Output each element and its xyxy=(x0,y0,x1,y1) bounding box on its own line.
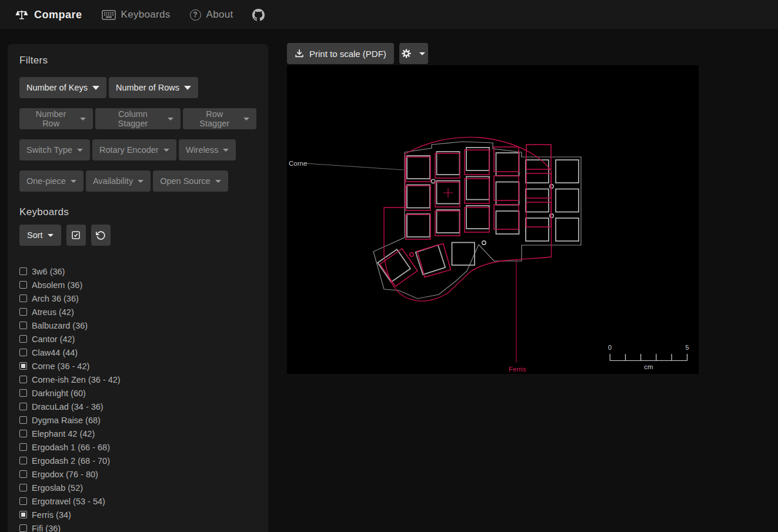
caret-down-icon xyxy=(48,234,54,237)
gear-icon xyxy=(402,49,411,58)
keyboard-list: 3w6 (36) Absolem (36) Arch 36 (36) Atreu… xyxy=(19,265,256,532)
ferris-label: Ferris xyxy=(509,366,526,373)
caret-down-icon xyxy=(92,86,99,90)
nav-item-keyboards[interactable]: Keyboards xyxy=(102,9,171,21)
filter-number-row[interactable]: Number Row xyxy=(19,108,93,129)
caret-down-icon xyxy=(80,118,86,121)
keyboard-checkbox[interactable] xyxy=(19,322,27,329)
keyboard-checkbox[interactable] xyxy=(19,349,27,356)
keyboard-list-item[interactable]: Arch 36 (36) xyxy=(19,292,256,305)
keyboard-checkbox[interactable] xyxy=(19,430,27,437)
filter-row-stagger[interactable]: Row Stagger xyxy=(183,108,256,129)
github-icon xyxy=(252,9,265,21)
keyboard-list-item[interactable]: Corne-ish Zen (36 - 42) xyxy=(19,373,256,386)
ruler-end-label: 5 xyxy=(685,344,689,351)
settings-dropdown-button[interactable] xyxy=(399,43,428,64)
corne-outline xyxy=(373,142,581,299)
keyboard-checkbox[interactable] xyxy=(19,335,27,343)
filter-number-of-rows[interactable]: Number of Rows xyxy=(109,77,198,98)
caret-down-icon xyxy=(223,149,229,152)
rotate-ccw-icon xyxy=(96,230,106,240)
filter-row-1: Number of Keys Number of Rows xyxy=(19,77,256,98)
filter-switch-type[interactable]: Switch Type xyxy=(19,139,90,160)
keyboard-checkbox[interactable] xyxy=(19,281,27,289)
filters-title: Filters xyxy=(19,55,256,66)
keyboard-list-item[interactable]: Ergodash 2 (68 - 70) xyxy=(19,454,256,467)
corne-label-group: Corne xyxy=(289,160,403,170)
filter-row-3: Switch Type Rotary Encoder Wireless xyxy=(19,139,256,160)
select-all-button[interactable] xyxy=(66,225,86,246)
keyboard-icon xyxy=(102,10,116,20)
nav-item-about[interactable]: ? About xyxy=(190,9,233,21)
filter-row-2: Number Row Column Stagger Row Stagger xyxy=(19,108,256,129)
caret-down-icon xyxy=(77,149,83,152)
filter-one-piece[interactable]: One-piece xyxy=(19,170,84,192)
keyboard-list-item[interactable]: Atreus (42) xyxy=(19,305,256,319)
filter-wireless[interactable]: Wireless xyxy=(179,139,236,160)
keyboard-checkbox[interactable] xyxy=(19,484,27,491)
keyboard-checkbox[interactable] xyxy=(19,443,27,451)
caret-down-icon xyxy=(184,86,191,90)
brand-link[interactable]: Compare xyxy=(15,8,82,21)
keyboard-checkbox[interactable] xyxy=(19,470,27,478)
print-to-scale-button[interactable]: Print to scale (PDF) xyxy=(287,43,394,64)
keyboard-checkbox[interactable] xyxy=(19,511,27,518)
keyboard-list-item[interactable]: Ergodox (76 - 80) xyxy=(19,467,256,481)
keyboard-list-item[interactable]: Absolem (36) xyxy=(19,278,256,292)
keyboard-list-item[interactable]: Cantor (42) xyxy=(19,332,256,346)
caret-down-icon xyxy=(168,118,173,121)
navbar: Compare Keyboards ? About xyxy=(0,0,778,30)
check-square-icon xyxy=(71,230,81,240)
caret-down-icon xyxy=(419,52,425,55)
filter-rotary-encoder[interactable]: Rotary Encoder xyxy=(92,139,176,160)
filter-number-of-keys[interactable]: Number of Keys xyxy=(19,77,106,98)
keyboard-checkbox[interactable] xyxy=(19,308,27,316)
keyboard-list-item[interactable]: Balbuzard (36) xyxy=(19,319,256,332)
reset-button[interactable] xyxy=(91,225,111,246)
keyboards-toolbar: Sort xyxy=(19,225,256,246)
caret-down-icon xyxy=(215,180,221,183)
keyboard-checkbox[interactable] xyxy=(19,376,27,383)
keyboard-checkbox[interactable] xyxy=(19,295,27,302)
keyboard-checkbox[interactable] xyxy=(19,362,27,370)
caret-down-icon xyxy=(243,118,249,121)
balance-scale-icon xyxy=(15,8,28,21)
caret-down-icon xyxy=(163,149,169,152)
keyboard-checkbox[interactable] xyxy=(19,524,27,532)
keyboard-list-item-corne[interactable]: Corne (36 - 42) xyxy=(19,359,256,373)
keyboard-list-item[interactable]: Claw44 (44) xyxy=(19,346,256,359)
keyboard-list-item[interactable]: Ergoslab (52) xyxy=(19,481,256,494)
filter-column-stagger[interactable]: Column Stagger xyxy=(95,108,181,129)
keyboard-list-item[interactable]: Dygma Raise (68) xyxy=(19,413,256,427)
keyboard-checkbox[interactable] xyxy=(19,267,27,275)
sort-button[interactable]: Sort xyxy=(19,225,61,246)
keyboard-list-item[interactable]: DracuLad (34 - 36) xyxy=(19,400,256,413)
keyboard-checkbox[interactable] xyxy=(19,416,27,424)
keyboard-list-item[interactable]: Darknight (60) xyxy=(19,386,256,400)
caret-down-icon xyxy=(138,180,143,183)
download-icon xyxy=(295,49,304,58)
keyboard-list-item[interactable]: 3w6 (36) xyxy=(19,265,256,278)
filter-row-4: One-piece Availability Open Source xyxy=(19,170,256,192)
keyboard-checkbox[interactable] xyxy=(19,389,27,397)
keyboard-checkbox[interactable] xyxy=(19,497,27,505)
filter-sidebar: Filters Number of Keys Number of Rows Nu… xyxy=(8,44,268,532)
github-link[interactable] xyxy=(252,9,265,21)
filter-availability[interactable]: Availability xyxy=(86,170,151,192)
nav-keyboards-label: Keyboards xyxy=(121,9,171,21)
keyboard-list-item[interactable]: Elephant 42 (42) xyxy=(19,427,256,440)
keyboard-list-item[interactable]: Ergodash 1 (66 - 68) xyxy=(19,440,256,454)
scale-ruler: 0 5 cm xyxy=(608,344,689,370)
keyboards-title: Keyboards xyxy=(19,206,256,218)
keyboard-list-item-ferris[interactable]: Ferris (34) xyxy=(19,508,256,521)
keyboard-checkbox[interactable] xyxy=(19,403,27,410)
keyboard-checkbox[interactable] xyxy=(19,457,27,464)
nav-about-label: About xyxy=(206,9,233,21)
keyboard-list-item[interactable]: Fifi (36) xyxy=(19,521,256,532)
brand-label: Compare xyxy=(34,9,82,21)
canvas-toolbar: Print to scale (PDF) xyxy=(287,43,428,64)
filter-open-source[interactable]: Open Source xyxy=(153,170,228,192)
keyboard-list-item[interactable]: Ergotravel (53 - 54) xyxy=(19,494,256,508)
comparison-canvas[interactable]: Corne Ferris 0 5 cm xyxy=(287,65,699,374)
caret-down-icon xyxy=(71,180,76,183)
